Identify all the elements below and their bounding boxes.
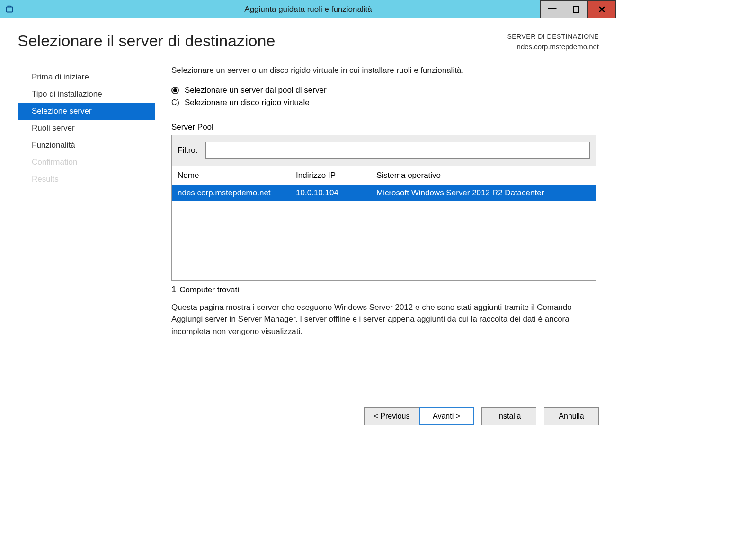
- intro-text: Selezionare un server o un disco rigido …: [171, 66, 596, 75]
- content-area: Selezionare il server di destinazione SE…: [0, 18, 616, 398]
- sidebar-item-confirmation: Confirmation: [18, 154, 155, 171]
- main-panel: Selezionare un server o un disco rigido …: [155, 66, 599, 398]
- destination-block: SERVER DI DESTINAZIONE ndes.corp.mstepde…: [507, 32, 599, 53]
- server-pool-box: Filtro: Nome Indirizzo IP Sistema operat…: [171, 135, 596, 281]
- col-header-name[interactable]: Nome: [178, 171, 296, 180]
- cell-name: ndes.corp.mstepdemo.net: [178, 188, 296, 198]
- sidebar-item-before-begin[interactable]: Prima di iniziare: [18, 69, 155, 86]
- minimize-button[interactable]: —: [540, 0, 564, 18]
- table-body: ndes.corp.mstepdemo.net 10.0.10.104 Micr…: [172, 185, 596, 280]
- window-controls: — ✕: [540, 0, 616, 18]
- footer: < Previous Avanti > Installa Annulla: [0, 398, 616, 437]
- cell-ip: 10.0.10.104: [296, 188, 376, 198]
- sidebar-item-server-selection[interactable]: Selezione server: [18, 103, 155, 120]
- destination-server: ndes.corp.mstepdemo.net: [507, 42, 599, 53]
- previous-button[interactable]: < Previous: [364, 407, 419, 425]
- filter-input[interactable]: [205, 142, 590, 159]
- body-row: Prima di iniziare Tipo di installazione …: [18, 66, 599, 398]
- nav-button-group: < Previous Avanti >: [364, 407, 474, 425]
- radio-icon: [171, 87, 179, 94]
- computer-count: 1 Computer trovati: [171, 284, 596, 295]
- install-button[interactable]: Installa: [481, 407, 536, 425]
- wizard-window: Aggiunta guidata ruoli e funzionalità — …: [0, 0, 616, 437]
- sidebar-item-features[interactable]: Funzionalità: [18, 137, 155, 154]
- header-row: Selezionare il server di destinazione SE…: [18, 32, 599, 53]
- destination-label: SERVER DI DESTINAZIONE: [507, 32, 599, 42]
- col-header-ip[interactable]: Indirizzo IP: [296, 171, 376, 180]
- radio-label: Selezionare un disco rigido virtuale: [185, 98, 310, 107]
- app-icon: [5, 4, 16, 15]
- server-pool-label: Server Pool: [171, 123, 596, 132]
- maximize-button[interactable]: [564, 0, 587, 18]
- count-number: 1: [171, 284, 177, 294]
- col-header-os[interactable]: Sistema operativo: [376, 171, 590, 180]
- radio-vhd[interactable]: C) Selezionare un disco rigido virtuale: [171, 98, 596, 107]
- sidebar-item-install-type[interactable]: Tipo di installazione: [18, 86, 155, 103]
- filter-label: Filtro:: [178, 146, 198, 155]
- cancel-button[interactable]: Annulla: [544, 407, 599, 425]
- svg-rect-0: [7, 7, 13, 12]
- next-button[interactable]: Avanti >: [419, 407, 474, 425]
- svg-rect-1: [573, 7, 579, 12]
- radio-server-pool[interactable]: Selezionare un server dal pool di server: [171, 86, 596, 95]
- sidebar-item-server-roles[interactable]: Ruoli server: [18, 120, 155, 137]
- sidebar-item-results: Results: [18, 171, 155, 188]
- count-label: Computer trovati: [179, 285, 239, 294]
- radio-label: Selezionare un server dal pool di server: [185, 86, 327, 95]
- wizard-sidebar: Prima di iniziare Tipo di installazione …: [18, 66, 155, 398]
- titlebar: Aggiunta guidata ruoli e funzionalità — …: [0, 0, 616, 18]
- cell-os: Microsoft Windows Server 2012 R2 Datacen…: [376, 188, 590, 198]
- filter-bar: Filtro:: [172, 135, 596, 166]
- close-button[interactable]: ✕: [587, 0, 616, 18]
- window-title: Aggiunta guidata ruoli e funzionalità: [244, 5, 372, 14]
- table-row[interactable]: ndes.corp.mstepdemo.net 10.0.10.104 Micr…: [172, 185, 596, 201]
- table-header: Nome Indirizzo IP Sistema operativo: [172, 166, 596, 185]
- help-text: Questa pagina mostra i server che eseguo…: [171, 301, 583, 338]
- page-title: Selezionare il server di destinazione: [18, 32, 275, 50]
- radio-prefix: C): [171, 98, 179, 107]
